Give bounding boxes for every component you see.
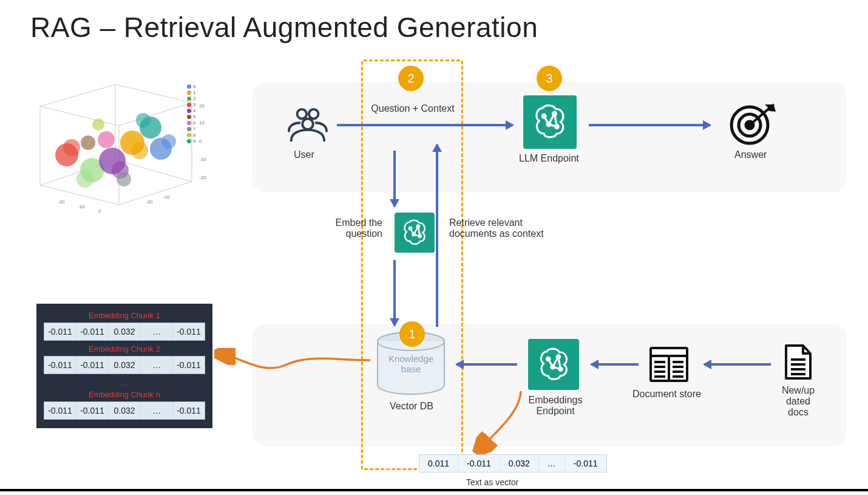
svg-point-18 [98, 131, 115, 148]
badge-step-1: 1 [399, 321, 425, 347]
answer-label: Answer [734, 149, 767, 160]
cell: -0.011 [173, 402, 205, 419]
svg-marker-1 [40, 84, 192, 126]
chunk-ellipsis: … [44, 378, 205, 387]
embedding-scatter-3d: -20 -10 0 -20 -10 -20 -10 0 10 20 [24, 82, 212, 220]
kb-label: Knowledge base [375, 353, 447, 374]
svg-text:-20: -20 [58, 199, 65, 205]
embeddings-endpoint-label: Embeddings Endpoint [522, 395, 589, 417]
cell: -0.011 [76, 323, 109, 340]
cell: 0.011 [419, 455, 458, 472]
cell: -0.011 [44, 402, 76, 419]
vector-db-label: Vector DB [390, 401, 433, 412]
svg-text:10: 10 [199, 120, 205, 126]
embeddings-endpoint-icon [528, 339, 579, 390]
svg-point-9 [76, 171, 93, 188]
svg-text:0: 0 [199, 138, 202, 144]
badge-step-3: 3 [537, 66, 562, 91]
retrieve-docs-label: Retrieve relevant documents as context [449, 217, 571, 239]
arrow-user-to-llm [337, 124, 513, 126]
svg-line-52 [414, 227, 418, 234]
embed-question-icon [395, 213, 435, 253]
cell: -0.011 [173, 323, 205, 340]
user-icon [287, 108, 328, 144]
document-store-label: Document store [632, 389, 701, 400]
cell: … [141, 402, 173, 419]
svg-point-13 [131, 142, 148, 159]
arrow-docstore-to-embed [591, 363, 639, 366]
document-store-icon [649, 346, 689, 383]
arrow-embed-to-vector [472, 389, 527, 456]
svg-line-62 [552, 357, 558, 367]
cell: -0.011 [76, 402, 109, 419]
cell: 0.032 [109, 402, 141, 419]
cell: -0.011 [76, 357, 109, 374]
cell: -0.011 [44, 323, 76, 340]
svg-text:-20: -20 [146, 199, 153, 205]
chunk-2-title: Embedding Chunk 2 [44, 344, 205, 353]
svg-text:-10: -10 [199, 157, 206, 162]
user-label: User [294, 149, 314, 160]
new-docs-icon [783, 344, 813, 380]
answer-target-icon [728, 103, 777, 146]
svg-point-20 [117, 172, 131, 186]
llm-endpoint-icon [523, 95, 577, 149]
arrow-llm-to-answer [589, 124, 710, 126]
page-title: RAG – Retrieval Augmented Generation [30, 11, 538, 44]
cell: … [539, 455, 565, 472]
embed-question-label: Embed the question [303, 217, 382, 239]
cell: 0.032 [109, 357, 141, 374]
llm-endpoint-label: LLM Endpoint [519, 153, 579, 164]
cell: -0.011 [458, 455, 500, 472]
chunk-2-row: -0.011 -0.011 0.032 … -0.011 [44, 356, 205, 374]
svg-text:0: 0 [98, 208, 101, 214]
svg-point-32 [297, 109, 307, 119]
svg-point-34 [302, 118, 313, 129]
cell: -0.011 [565, 455, 606, 472]
svg-text:-10: -10 [163, 194, 170, 200]
badge-step-2: 2 [398, 66, 424, 91]
new-docs-label: New/up dated docs [771, 385, 826, 418]
svg-text:-10: -10 [78, 204, 85, 210]
arrow-down-to-embed [393, 151, 396, 207]
cell: 0.032 [109, 323, 141, 340]
svg-point-17 [161, 134, 176, 149]
arrow-down-to-kb [393, 260, 396, 326]
svg-point-19 [81, 135, 95, 150]
cell: -0.011 [173, 357, 205, 374]
chunk-n-row: -0.011 -0.011 0.032 … -0.011 [44, 401, 205, 420]
arrow-newdocs-to-docstore [704, 363, 771, 366]
cell: … [141, 357, 173, 374]
text-as-vector-row: 0.011 -0.011 0.032 … -0.011 [419, 454, 607, 473]
arrow-kb-to-chunks [212, 348, 376, 403]
chunk-n-title: Embedding Chunk n [44, 390, 205, 399]
svg-line-40 [549, 114, 555, 125]
embedding-chunks-panel: Embedding Chunk 1 -0.011 -0.011 0.032 … … [36, 304, 212, 428]
svg-point-15 [136, 113, 151, 128]
arrow-up-retrieve [436, 145, 438, 327]
arrow-embed-to-kb [456, 363, 517, 366]
chunk-1-title: Embedding Chunk 1 [44, 311, 205, 320]
text-as-vector-label: Text as vector [466, 477, 518, 487]
svg-text:-20: -20 [199, 175, 206, 180]
svg-point-33 [309, 109, 319, 119]
chunk-1-row: -0.011 -0.011 0.032 … -0.011 [44, 323, 205, 341]
svg-text:20: 20 [199, 103, 205, 109]
cell: 0.032 [500, 455, 539, 472]
scatter-legend: 0 1 2 3 4 5 6 7 8 9 [187, 84, 195, 145]
bottom-border [0, 489, 868, 491]
svg-point-7 [63, 139, 80, 156]
cell: … [141, 323, 173, 340]
question-context-label: Question + Context [364, 103, 461, 114]
svg-point-21 [92, 118, 104, 131]
cell: -0.011 [44, 357, 76, 374]
